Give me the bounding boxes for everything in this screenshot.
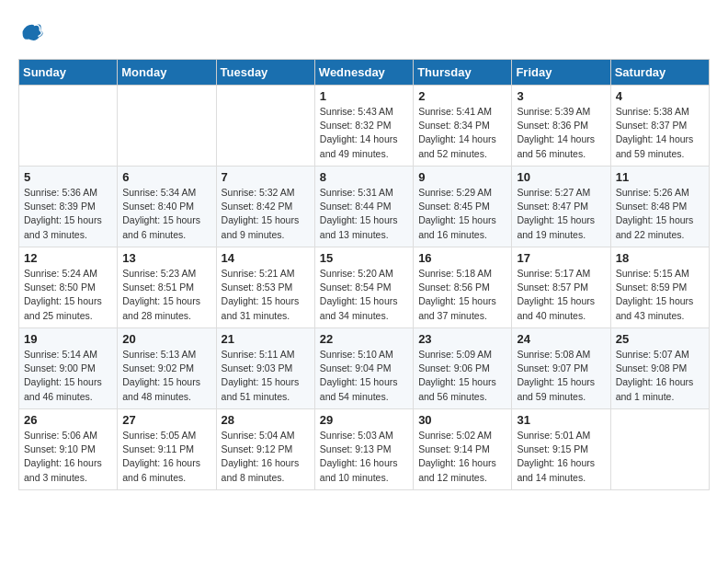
calendar-cell: 6Sunrise: 5:34 AM Sunset: 8:40 PM Daylig…: [118, 167, 216, 247]
calendar-cell: 27Sunrise: 5:05 AM Sunset: 9:11 PM Dayli…: [118, 409, 216, 490]
day-info: Sunrise: 5:04 AM Sunset: 9:12 PM Dayligh…: [222, 429, 310, 485]
calendar-cell: 9Sunrise: 5:29 AM Sunset: 8:45 PM Daylig…: [414, 167, 512, 247]
day-number: 9: [418, 170, 506, 184]
day-info: Sunrise: 5:31 AM Sunset: 8:44 PM Dayligh…: [320, 186, 408, 242]
calendar-week-4: 19Sunrise: 5:14 AM Sunset: 9:00 PM Dayli…: [19, 328, 710, 409]
day-number: 28: [222, 413, 310, 427]
calendar-cell: 12Sunrise: 5:24 AM Sunset: 8:50 PM Dayli…: [19, 247, 118, 328]
calendar-cell: 22Sunrise: 5:10 AM Sunset: 9:04 PM Dayli…: [314, 328, 413, 409]
day-info: Sunrise: 5:34 AM Sunset: 8:40 PM Dayligh…: [122, 186, 210, 242]
calendar-cell: [610, 409, 709, 490]
calendar-cell: 4Sunrise: 5:38 AM Sunset: 8:37 PM Daylig…: [610, 86, 709, 167]
day-info: Sunrise: 5:09 AM Sunset: 9:06 PM Dayligh…: [418, 348, 506, 404]
calendar-cell: [118, 86, 216, 167]
day-info: Sunrise: 5:20 AM Sunset: 8:54 PM Dayligh…: [320, 267, 408, 323]
calendar-body: 1Sunrise: 5:43 AM Sunset: 8:32 PM Daylig…: [19, 86, 710, 490]
header-tuesday: Tuesday: [216, 60, 314, 86]
day-info: Sunrise: 5:15 AM Sunset: 8:59 PM Dayligh…: [616, 267, 704, 323]
calendar-table: SundayMondayTuesdayWednesdayThursdayFrid…: [18, 59, 710, 490]
calendar-cell: 29Sunrise: 5:03 AM Sunset: 9:13 PM Dayli…: [314, 409, 413, 490]
day-number: 19: [24, 332, 112, 346]
day-info: Sunrise: 5:13 AM Sunset: 9:02 PM Dayligh…: [122, 348, 210, 404]
calendar-cell: [19, 86, 118, 167]
day-info: Sunrise: 5:23 AM Sunset: 8:51 PM Dayligh…: [122, 267, 210, 323]
calendar-week-2: 5Sunrise: 5:36 AM Sunset: 8:39 PM Daylig…: [19, 167, 710, 247]
day-info: Sunrise: 5:21 AM Sunset: 8:53 PM Dayligh…: [222, 267, 310, 323]
calendar-cell: [216, 86, 314, 167]
calendar-cell: 2Sunrise: 5:41 AM Sunset: 8:34 PM Daylig…: [414, 86, 512, 167]
calendar-cell: 8Sunrise: 5:31 AM Sunset: 8:44 PM Daylig…: [314, 167, 413, 247]
day-number: 25: [616, 332, 704, 346]
day-info: Sunrise: 5:08 AM Sunset: 9:07 PM Dayligh…: [517, 348, 605, 404]
calendar-cell: 5Sunrise: 5:36 AM Sunset: 8:39 PM Daylig…: [19, 167, 118, 247]
day-info: Sunrise: 5:06 AM Sunset: 9:10 PM Dayligh…: [24, 429, 112, 485]
header-sunday: Sunday: [19, 60, 118, 86]
day-number: 24: [517, 332, 605, 346]
calendar-cell: 31Sunrise: 5:01 AM Sunset: 9:15 PM Dayli…: [512, 409, 610, 490]
day-info: Sunrise: 5:11 AM Sunset: 9:03 PM Dayligh…: [222, 348, 310, 404]
calendar-cell: 19Sunrise: 5:14 AM Sunset: 9:00 PM Dayli…: [19, 328, 118, 409]
day-number: 29: [320, 413, 408, 427]
calendar-cell: 18Sunrise: 5:15 AM Sunset: 8:59 PM Dayli…: [610, 247, 709, 328]
day-info: Sunrise: 5:10 AM Sunset: 9:04 PM Dayligh…: [320, 348, 408, 404]
day-number: 1: [320, 89, 408, 103]
calendar-cell: 10Sunrise: 5:27 AM Sunset: 8:47 PM Dayli…: [512, 167, 610, 247]
header-wednesday: Wednesday: [314, 60, 413, 86]
day-info: Sunrise: 5:26 AM Sunset: 8:48 PM Dayligh…: [616, 186, 704, 242]
page-header: [18, 18, 710, 44]
day-number: 3: [517, 89, 605, 103]
day-number: 30: [418, 413, 506, 427]
day-number: 13: [122, 251, 210, 265]
day-info: Sunrise: 5:41 AM Sunset: 8:34 PM Dayligh…: [418, 105, 506, 161]
day-info: Sunrise: 5:36 AM Sunset: 8:39 PM Dayligh…: [24, 186, 112, 242]
day-number: 22: [320, 332, 408, 346]
day-number: 11: [616, 170, 704, 184]
day-number: 5: [24, 170, 112, 184]
day-number: 18: [616, 251, 704, 265]
day-info: Sunrise: 5:24 AM Sunset: 8:50 PM Dayligh…: [24, 267, 112, 323]
day-number: 15: [320, 251, 408, 265]
calendar-cell: 25Sunrise: 5:07 AM Sunset: 9:08 PM Dayli…: [610, 328, 709, 409]
day-number: 20: [122, 332, 210, 346]
calendar-cell: 26Sunrise: 5:06 AM Sunset: 9:10 PM Dayli…: [19, 409, 118, 490]
calendar-cell: 7Sunrise: 5:32 AM Sunset: 8:42 PM Daylig…: [216, 167, 314, 247]
header-friday: Friday: [512, 60, 610, 86]
day-number: 12: [24, 251, 112, 265]
calendar-cell: 14Sunrise: 5:21 AM Sunset: 8:53 PM Dayli…: [216, 247, 314, 328]
day-number: 17: [517, 251, 605, 265]
day-info: Sunrise: 5:17 AM Sunset: 8:57 PM Dayligh…: [517, 267, 605, 323]
day-info: Sunrise: 5:01 AM Sunset: 9:15 PM Dayligh…: [517, 429, 605, 485]
day-number: 31: [517, 413, 605, 427]
day-number: 10: [517, 170, 605, 184]
day-number: 6: [122, 170, 210, 184]
calendar-cell: 11Sunrise: 5:26 AM Sunset: 8:48 PM Dayli…: [610, 167, 709, 247]
day-info: Sunrise: 5:43 AM Sunset: 8:32 PM Dayligh…: [320, 105, 408, 161]
header-saturday: Saturday: [610, 60, 709, 86]
day-number: 23: [418, 332, 506, 346]
day-number: 26: [24, 413, 112, 427]
calendar-cell: 21Sunrise: 5:11 AM Sunset: 9:03 PM Dayli…: [216, 328, 314, 409]
header-monday: Monday: [118, 60, 216, 86]
day-info: Sunrise: 5:02 AM Sunset: 9:14 PM Dayligh…: [418, 429, 506, 485]
day-number: 27: [122, 413, 210, 427]
day-number: 7: [222, 170, 310, 184]
day-info: Sunrise: 5:29 AM Sunset: 8:45 PM Dayligh…: [418, 186, 506, 242]
calendar-cell: 20Sunrise: 5:13 AM Sunset: 9:02 PM Dayli…: [118, 328, 216, 409]
day-info: Sunrise: 5:32 AM Sunset: 8:42 PM Dayligh…: [222, 186, 310, 242]
calendar-cell: 24Sunrise: 5:08 AM Sunset: 9:07 PM Dayli…: [512, 328, 610, 409]
logo: [18, 18, 46, 44]
day-number: 4: [616, 89, 704, 103]
calendar-cell: 23Sunrise: 5:09 AM Sunset: 9:06 PM Dayli…: [414, 328, 512, 409]
calendar-cell: 13Sunrise: 5:23 AM Sunset: 8:51 PM Dayli…: [118, 247, 216, 328]
calendar-week-3: 12Sunrise: 5:24 AM Sunset: 8:50 PM Dayli…: [19, 247, 710, 328]
logo-icon: [18, 18, 44, 44]
calendar-cell: 3Sunrise: 5:39 AM Sunset: 8:36 PM Daylig…: [512, 86, 610, 167]
day-info: Sunrise: 5:05 AM Sunset: 9:11 PM Dayligh…: [122, 429, 210, 485]
day-info: Sunrise: 5:27 AM Sunset: 8:47 PM Dayligh…: [517, 186, 605, 242]
calendar-cell: 17Sunrise: 5:17 AM Sunset: 8:57 PM Dayli…: [512, 247, 610, 328]
header-thursday: Thursday: [414, 60, 512, 86]
day-number: 16: [418, 251, 506, 265]
calendar-cell: 1Sunrise: 5:43 AM Sunset: 8:32 PM Daylig…: [314, 86, 413, 167]
calendar-week-1: 1Sunrise: 5:43 AM Sunset: 8:32 PM Daylig…: [19, 86, 710, 167]
day-number: 8: [320, 170, 408, 184]
